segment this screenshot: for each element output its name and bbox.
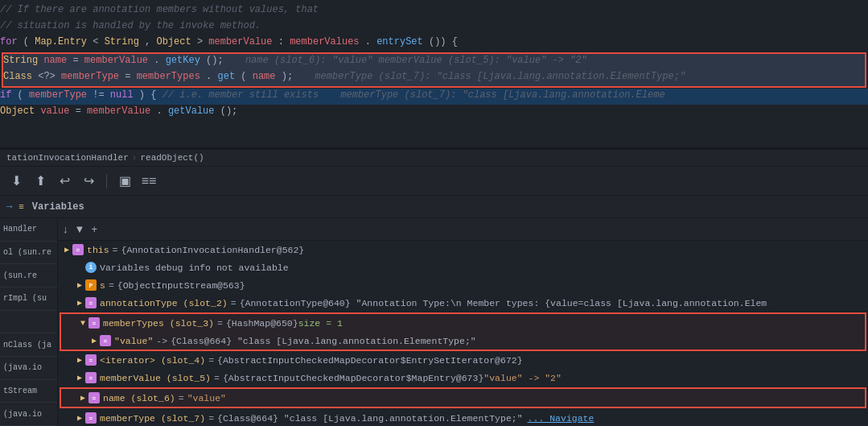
var-icon-s: P [85,279,97,291]
var-row-s[interactable]: ▶ P s = {ObjectInputStream@563} [58,276,868,294]
var-row-this[interactable]: ▶ = this = {AnnotationInvocationHandler@… [58,241,868,258]
var-icon-this: = [72,244,84,255]
var-row-membertype-7[interactable]: ▶ = memberType (slot_7) = {Class@664} "c… [58,409,868,426]
code-line-6: if ( memberType != null ) { // i.e. memb… [0,89,868,105]
code-line-2: // situation is handled by the invoke me… [0,19,868,35]
var-row-value-entry[interactable]: ▶ = "value" -> {Class@664} "class [Ljava… [61,332,865,349]
expand-arrow-this[interactable]: ▶ [61,245,72,254]
var-icon-value-entry: = [100,335,111,346]
code-line-4: String name = memberValue . getKey (); n… [3,54,865,70]
code-redbox-group: String name = memberValue . getKey (); n… [2,52,866,88]
add-watch-button[interactable]: + [89,221,99,237]
collapse-all-button[interactable]: ↓ [61,221,70,237]
variables-panel: → ≡ Variables Handler ol (sun.re (sun.re… [0,196,868,426]
var-icon-iterator: = [85,354,97,366]
code-line-7: Object value = memberValue . getValue ()… [0,105,868,121]
var-redbox-group: ▼ = memberTypes (slot_3) = {HashMap@650}… [60,312,866,351]
evaluate-button[interactable]: ≡≡ [139,172,158,191]
step-into-button[interactable]: ⬆ [31,172,50,191]
var-redbox-name: ▶ = name (slot_6) = "value" [60,387,866,408]
expand-arrow-value-entry[interactable]: ▶ [88,336,100,345]
sidebar-label-3: (sun.re [0,264,57,287]
sidebar-label-4: rImpl (su [0,287,57,311]
breadcrumb-item-1: tationInvocationHandler [6,153,129,163]
step-out-button[interactable]: ↪ [79,172,98,191]
variables-title: Variables [32,201,84,213]
navigate-link[interactable]: ... Navigate [528,413,594,424]
run-to-cursor-button[interactable]: ▣ [115,172,134,191]
expand-arrow-membervalue-5[interactable]: ▶ [74,373,85,383]
expand-arrow-s[interactable]: ▶ [74,280,85,290]
sidebar-label-9: (java.io [0,403,57,426]
code-line-3: for ( Map.Entry < String , Object > memb… [0,35,868,52]
left-sidebar: Handler ol (sun.re (sun.re rImpl (su nCl… [0,218,58,426]
info-icon: i [85,262,97,273]
sidebar-label-1: Handler [0,218,57,242]
expand-arrow-membertype-7[interactable]: ▶ [74,413,85,423]
step-over-button[interactable]: ⬇ [6,172,26,191]
breadcrumb-item-2: readObject() [140,153,204,163]
var-icon-annotationtype: = [85,297,97,308]
var-list: ▶ = this = {AnnotationInvocationHandler@… [58,241,868,426]
var-row-membertypes[interactable]: ▼ = memberTypes (slot_3) = {HashMap@650}… [61,314,865,332]
var-icon-membertypes: = [88,317,100,329]
filter-button[interactable]: ▼ [73,221,87,237]
var-icon-name-6: = [88,392,100,403]
toolbar-separator-1 [106,174,107,188]
sidebar-label-7: (java.io [0,357,57,380]
var-row-debug-info: i Variables debug info not available [58,258,868,276]
expand-arrow-name-6[interactable]: ▶ [77,393,88,403]
var-icon-membertype-7: = [85,412,97,424]
expand-arrow-annotationtype[interactable]: ▶ [74,298,85,308]
debug-toolbar: ⬇ ⬆ ↩ ↪ ▣ ≡≡ [0,167,868,196]
code-line-1: // If there are annotation members witho… [0,3,868,19]
variables-header: → ≡ Variables [0,196,868,218]
var-row-membervalue-5[interactable]: ▶ = memberValue (slot_5) = {AbstractInpu… [58,369,868,387]
sidebar-label-8: tStream [0,380,57,403]
var-icon-membervalue-5: = [85,372,97,383]
var-row-annotationtype[interactable]: ▶ = annotationType (slot_2) = {Annotatio… [58,294,868,312]
var-row-name-6[interactable]: ▶ = name (slot_6) = "value" [61,389,865,407]
sidebar-label-5 [0,311,57,334]
code-section: // If there are annotation members witho… [0,0,868,149]
sidebar-label-6: nClass (ja [0,333,57,357]
force-step-into-button[interactable]: ↩ [55,172,74,191]
code-line-5: Class <?> memberType = memberTypes . get… [3,70,865,86]
breadcrumb: tationInvocationHandler › readObject() [0,149,868,167]
main-content: Handler ol (sun.re (sun.re rImpl (su nCl… [0,218,868,426]
var-content: ↓ ▼ + ▶ = this = {AnnotationInvocationHa… [58,218,868,426]
var-toolbar: ↓ ▼ + [58,218,868,241]
sidebar-label-2: ol (sun.re [0,242,57,265]
var-row-iterator[interactable]: ▶ = <iterator> (slot_4) = {AbstractInput… [58,351,868,369]
expand-arrow-iterator[interactable]: ▶ [74,355,85,365]
expand-arrow-membertypes[interactable]: ▼ [77,319,88,328]
